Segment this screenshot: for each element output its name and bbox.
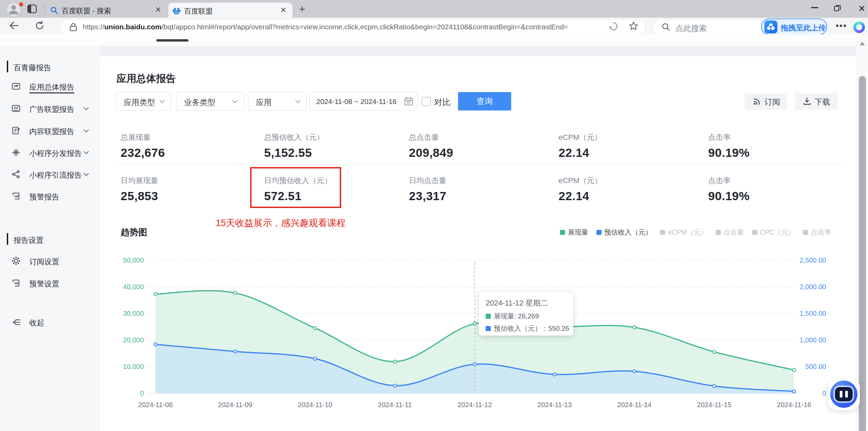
ad-report-icon [12,104,20,113]
x-axis-label: 2024-11-08 [128,401,183,409]
close-button[interactable]: ✕ [858,3,866,14]
stat-label: eCPM（元） [559,132,602,143]
legend-label: eCPM（元） [668,228,707,237]
x-axis-label: 2024-11-11 [368,401,422,409]
sidebar-item-预警报告[interactable]: 预警报告 [0,187,100,205]
stat-label: 日均点击量 [409,176,446,186]
chevron-down-icon [83,151,89,155]
restore-button[interactable] [834,4,840,10]
download-button[interactable]: 下载 [795,93,838,110]
sidebar-item-小程序分发报告[interactable]: 小程序分发报告 [0,144,100,161]
chevron-down-icon [232,100,238,104]
stat-value: 232,676 [121,146,165,160]
more-menu-icon[interactable]: ••• [836,20,847,31]
legend-item-eCPM（元）[interactable]: eCPM（元） [660,228,707,237]
y-axis-right-label: 2,500.00 [795,256,826,264]
select-value: 应用 [256,97,272,108]
y-axis-left-label: 30,000 [113,310,144,317]
notification-dot [19,2,23,6]
assistant-button[interactable] [828,378,860,410]
x-axis-label: 2024-11-15 [687,401,742,409]
legend-item-点击率[interactable]: 点击率 [803,228,831,237]
query-button[interactable]: 查询 [458,92,511,110]
chevron-down-icon [295,100,301,104]
x-axis-label: 2024-11-12 [447,401,502,409]
svg-text:du: du [175,11,178,14]
lock-icon[interactable] [69,23,77,33]
app-type-select[interactable]: 应用类型 [116,92,171,110]
sidebar-item-label: 预警设置 [29,279,59,289]
url-text[interactable]: https://union.baidu.com/bqt/appco.html#/… [83,23,568,31]
legend-item-CPC（元）[interactable]: CPC（元） [752,228,795,237]
content-report-icon [12,126,20,135]
page-title: 应用总体报告 [117,72,176,86]
report-icon [12,82,20,91]
sidebar-item-内容联盟报告[interactable]: 内容联盟报告 [0,122,100,139]
download-label: 下载 [814,97,830,107]
select-value: 业务类型 [184,97,215,108]
scroll-up-arrow[interactable] [859,42,865,45]
y-axis-left-label: 40,000 [113,283,144,291]
legend-swatch [660,230,665,235]
tab-search[interactable]: 百度联盟 - 搜索 ✕ [47,3,167,18]
stat-label: 点击率 [708,132,731,143]
stat-label: 总点击量 [409,132,439,143]
y-axis-right-label: 1,000.00 [795,336,826,344]
tab-close-icon[interactable]: ✕ [280,6,286,15]
robot-face [835,387,853,401]
app-select[interactable]: 应用 [248,92,307,110]
collapse-icon [12,318,21,326]
refresh-icon[interactable] [35,21,45,32]
tooltip-text: 展现量: 26,269 [494,312,539,321]
section-marker [7,61,8,72]
minimize-button[interactable] [811,7,818,8]
subscribe-button[interactable]: 订阅 [745,93,787,110]
tab-union[interactable]: du 百度联盟 ✕ [168,3,292,18]
highlight-box [250,167,341,208]
legend-item-点击量[interactable]: 点击量 [716,228,744,237]
stat-label: 总预估收入（元） [264,132,324,143]
sidebar-item-label: 小程序分发报告 [29,148,82,159]
profile-avatar[interactable] [6,2,23,16]
sidebar-collapse[interactable]: 收起 [0,314,100,331]
date-range-picker[interactable]: 2024-11-08 ~ 2024-11-16 [309,92,417,110]
chart-title: 趋势图 [121,226,147,238]
tooltip-title: 2024-11-12 星期二 [486,298,548,308]
business-type-select[interactable]: 业务类型 [176,92,244,110]
legend-swatch [560,230,565,235]
chevron-down-icon [83,173,89,177]
sidebar-item-label: 小程序引流报告 [29,170,82,180]
tab-close-icon[interactable]: ✕ [155,5,161,14]
sidebar-item-小程序引流报告[interactable]: 小程序引流报告 [0,165,100,183]
scrollbar-thumb[interactable] [859,76,866,431]
y-axis-right-label: 500.00 [795,363,826,371]
sidebar-item-label: 订阅设置 [29,257,59,267]
sidebar-item-预警设置[interactable]: 预警设置 [0,274,100,292]
x-axis-label: 2024-11-09 [208,401,262,409]
chart-legend: 展现量预估收入（元）eCPM（元）点击量CPC（元）点击率 [560,228,839,237]
stat-label: 日均展现量 [121,176,158,186]
y-axis-left-label: 0 [113,389,144,397]
copilot-icon[interactable] [853,21,865,33]
legend-item-预估收入（元）[interactable]: 预估收入（元） [596,228,652,237]
new-tab-button[interactable]: + [299,3,305,15]
tab-actions-icon[interactable] [27,4,37,13]
alert-report-icon [12,279,20,287]
section-marker [7,233,8,245]
sidebar-item-广告联盟报告[interactable]: 广告联盟报告 [0,100,100,117]
subscribe-label: 订阅 [764,97,780,107]
stat-value: 22.14 [559,146,589,160]
back-icon[interactable] [9,21,19,31]
favorite-star-icon[interactable] [629,21,638,32]
annotation-text: 15天收益展示，感兴趣观看课程 [216,217,346,229]
stat-value: 5,152.55 [264,146,312,160]
search-favicon [50,6,58,14]
sidebar-item-订阅设置[interactable]: 订阅设置 [0,252,100,270]
sidebar-item-label: 预警报告 [29,192,59,202]
sidebar-item-应用总体报告[interactable]: 应用总体报告 [0,77,100,95]
legend-item-展现量[interactable]: 展现量 [560,228,588,237]
subscribe-icon [753,98,761,106]
reader-icon[interactable] [609,21,618,32]
select-value: 应用类型 [124,97,155,108]
compare-checkbox[interactable] [422,97,431,106]
